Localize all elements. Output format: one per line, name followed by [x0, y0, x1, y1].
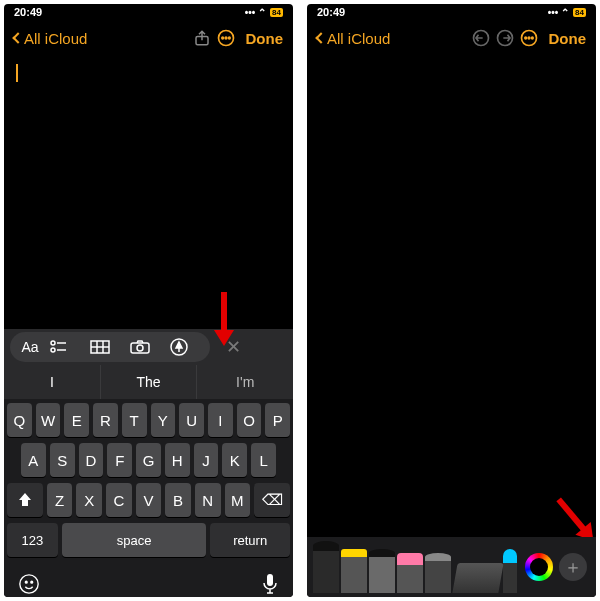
key[interactable]: A [21, 443, 46, 477]
svg-point-26 [524, 37, 526, 39]
done-button[interactable]: Done [246, 30, 284, 47]
svg-point-16 [137, 345, 143, 351]
text-format-button[interactable]: Aa [10, 339, 50, 355]
svg-point-7 [51, 341, 55, 345]
key[interactable]: M [225, 483, 251, 517]
status-bar: 20:49 ••• ⌃ 84 [307, 4, 596, 20]
shift-key[interactable] [7, 483, 43, 517]
key[interactable]: J [194, 443, 219, 477]
checklist-button[interactable] [50, 340, 90, 354]
space-key[interactable]: space [62, 523, 207, 557]
status-bar: 20:49 ••• ⌃ 84 [4, 4, 293, 20]
suggestion[interactable]: The [101, 365, 198, 399]
color-picker[interactable] [525, 553, 553, 581]
key[interactable]: V [136, 483, 162, 517]
svg-point-20 [25, 581, 27, 583]
svg-point-3 [225, 37, 227, 39]
back-button[interactable]: All iCloud [14, 30, 87, 47]
key[interactable]: H [165, 443, 190, 477]
svg-point-28 [531, 37, 533, 39]
text-cursor [16, 64, 18, 82]
share-icon[interactable] [190, 26, 214, 50]
pen-tool[interactable] [313, 541, 339, 593]
svg-point-27 [528, 37, 530, 39]
status-right: ••• ⌃ 84 [245, 7, 283, 18]
more-icon[interactable] [214, 26, 238, 50]
undo-icon[interactable] [469, 26, 493, 50]
marker-tool[interactable] [341, 549, 367, 593]
key[interactable]: W [36, 403, 61, 437]
done-button[interactable]: Done [549, 30, 587, 47]
suggestion[interactable]: I [4, 365, 101, 399]
svg-point-19 [20, 575, 38, 593]
phone-left-notes-keyboard: 20:49 ••• ⌃ 84 All iCloud Done Aa [4, 4, 293, 597]
keyboard-bottom [4, 569, 293, 597]
svg-point-2 [221, 37, 223, 39]
note-content[interactable] [4, 56, 293, 329]
key[interactable]: B [165, 483, 191, 517]
key[interactable]: Q [7, 403, 32, 437]
svg-rect-22 [267, 574, 273, 586]
toolbar-close-button[interactable]: ✕ [216, 336, 250, 358]
svg-point-9 [51, 348, 55, 352]
toolbar-pill: Aa [10, 332, 210, 362]
markup-toolbar: ＋ [307, 537, 596, 597]
keyboard: Q W E R T Y U I O P A S D F G H J K L Z [4, 399, 293, 569]
key[interactable]: F [107, 443, 132, 477]
add-tool-button[interactable]: ＋ [559, 553, 587, 581]
chevron-left-icon [315, 32, 326, 43]
brush-tool[interactable] [503, 549, 517, 593]
key[interactable]: O [237, 403, 262, 437]
key[interactable]: G [136, 443, 161, 477]
status-time: 20:49 [14, 6, 42, 18]
phone-right-notes-markup: 20:49 ••• ⌃ 84 All iCloud Done [307, 4, 596, 597]
key[interactable]: K [222, 443, 247, 477]
key[interactable]: I [208, 403, 233, 437]
key[interactable]: D [79, 443, 104, 477]
suggestion[interactable]: I'm [197, 365, 293, 399]
svg-point-4 [228, 37, 230, 39]
drawing-canvas[interactable] [307, 56, 596, 537]
markup-button[interactable] [170, 338, 210, 356]
nav-bar: All iCloud Done [307, 20, 596, 56]
lasso-tool[interactable] [425, 553, 451, 593]
key[interactable]: E [64, 403, 89, 437]
svg-point-21 [31, 581, 33, 583]
table-button[interactable] [90, 340, 130, 354]
status-time: 20:49 [317, 6, 345, 18]
key[interactable]: T [122, 403, 147, 437]
status-right: ••• ⌃ 84 [548, 7, 586, 18]
dictation-button[interactable] [261, 573, 279, 595]
delete-key[interactable]: ⌫ [254, 483, 290, 517]
pencil-tool[interactable] [369, 549, 395, 593]
key[interactable]: N [195, 483, 221, 517]
key[interactable]: X [76, 483, 102, 517]
keyboard-toolbar: Aa ✕ [4, 329, 293, 365]
key[interactable]: Y [151, 403, 176, 437]
return-key[interactable]: return [210, 523, 290, 557]
key[interactable]: Z [47, 483, 73, 517]
key[interactable]: U [179, 403, 204, 437]
camera-button[interactable] [130, 340, 170, 354]
eraser-tool[interactable] [397, 553, 423, 593]
key[interactable]: L [251, 443, 276, 477]
key[interactable]: R [93, 403, 118, 437]
suggestion-bar: I The I'm [4, 365, 293, 399]
key[interactable]: P [265, 403, 290, 437]
nav-bar: All iCloud Done [4, 20, 293, 56]
ruler-tool[interactable] [455, 553, 501, 593]
redo-icon[interactable] [493, 26, 517, 50]
numbers-key[interactable]: 123 [7, 523, 58, 557]
key[interactable]: S [50, 443, 75, 477]
emoji-button[interactable] [18, 573, 40, 595]
back-button[interactable]: All iCloud [317, 30, 390, 47]
more-icon[interactable] [517, 26, 541, 50]
key[interactable]: C [106, 483, 132, 517]
chevron-left-icon [12, 32, 23, 43]
